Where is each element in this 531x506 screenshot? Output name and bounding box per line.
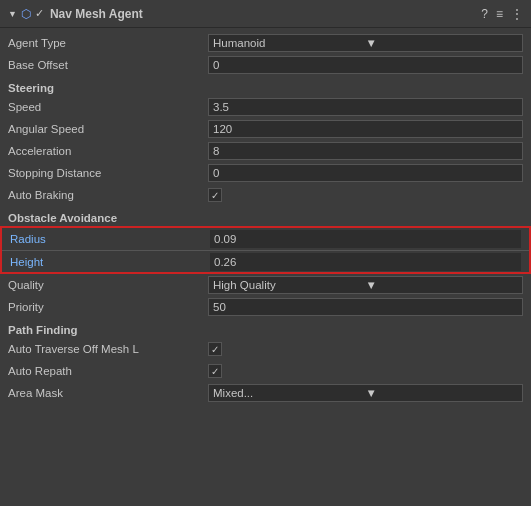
steering-section-header: Steering — [0, 76, 531, 96]
auto-repath-checkbox[interactable]: ✓ — [208, 364, 222, 378]
agent-type-value: Humanoid — [213, 37, 366, 49]
area-mask-value: Mixed... — [213, 387, 366, 399]
area-mask-dropdown[interactable]: Mixed... ▼ — [208, 384, 523, 402]
stopping-distance-row: Stopping Distance 0 — [0, 162, 531, 184]
obstacle-highlight-box: Radius 0.09 Height 0.26 — [0, 226, 531, 274]
radius-value[interactable]: 0.09 — [210, 230, 521, 248]
quality-dropdown[interactable]: High Quality ▼ — [208, 276, 523, 294]
dropdown-arrow-icon: ▼ — [366, 37, 519, 49]
obstacle-section-header: Obstacle Avoidance — [0, 206, 531, 226]
area-mask-dropdown-arrow-icon: ▼ — [366, 387, 519, 399]
help-icon[interactable]: ? — [481, 7, 488, 21]
speed-value[interactable]: 3.5 — [208, 98, 523, 116]
auto-braking-label: Auto Braking — [8, 189, 208, 201]
agent-type-dropdown[interactable]: Humanoid ▼ — [208, 34, 523, 52]
acceleration-row: Acceleration 8 — [0, 140, 531, 162]
panel-content: Agent Type Humanoid ▼ Base Offset 0 Stee… — [0, 28, 531, 408]
base-offset-label: Base Offset — [8, 59, 208, 71]
radius-label: Radius — [10, 233, 210, 245]
auto-traverse-checkbox[interactable]: ✓ — [208, 342, 222, 356]
expand-arrow-icon[interactable]: ▼ — [8, 9, 17, 19]
auto-braking-checkbox[interactable]: ✓ — [208, 188, 222, 202]
angular-speed-row: Angular Speed 120 — [0, 118, 531, 140]
menu-icon[interactable]: ⋮ — [511, 7, 523, 21]
area-mask-label: Area Mask — [8, 387, 208, 399]
pathfinding-section-header: Path Finding — [0, 318, 531, 338]
checkbox-enabled[interactable]: ✓ — [35, 7, 44, 20]
speed-row: Speed 3.5 — [0, 96, 531, 118]
stopping-distance-label: Stopping Distance — [8, 167, 208, 179]
priority-label: Priority — [8, 301, 208, 313]
acceleration-label: Acceleration — [8, 145, 208, 157]
settings-icon[interactable]: ≡ — [496, 7, 503, 21]
panel-header: ▼ ⬡ ✓ Nav Mesh Agent ? ≡ ⋮ — [0, 0, 531, 28]
quality-label: Quality — [8, 279, 208, 291]
header-actions: ? ≡ ⋮ — [481, 7, 523, 21]
height-label: Height — [10, 256, 210, 268]
base-offset-row: Base Offset 0 — [0, 54, 531, 76]
base-offset-value[interactable]: 0 — [208, 56, 523, 74]
panel-title: Nav Mesh Agent — [50, 7, 481, 21]
agent-type-label: Agent Type — [8, 37, 208, 49]
nav-mesh-agent-panel: ▼ ⬡ ✓ Nav Mesh Agent ? ≡ ⋮ Agent Type Hu… — [0, 0, 531, 408]
component-icon: ⬡ — [21, 7, 31, 21]
priority-row: Priority 50 — [0, 296, 531, 318]
stopping-distance-value[interactable]: 0 — [208, 164, 523, 182]
area-mask-row: Area Mask Mixed... ▼ — [0, 382, 531, 404]
header-icons: ▼ ⬡ ✓ — [8, 7, 44, 21]
quality-value: High Quality — [213, 279, 366, 291]
auto-braking-row: Auto Braking ✓ — [0, 184, 531, 206]
angular-speed-label: Angular Speed — [8, 123, 208, 135]
angular-speed-value[interactable]: 120 — [208, 120, 523, 138]
height-value[interactable]: 0.26 — [210, 253, 521, 271]
speed-label: Speed — [8, 101, 208, 113]
quality-row: Quality High Quality ▼ — [0, 274, 531, 296]
quality-dropdown-arrow-icon: ▼ — [366, 279, 519, 291]
auto-repath-row: Auto Repath ✓ — [0, 360, 531, 382]
radius-row: Radius 0.09 — [2, 228, 529, 250]
auto-repath-label: Auto Repath — [8, 365, 208, 377]
acceleration-value[interactable]: 8 — [208, 142, 523, 160]
priority-value[interactable]: 50 — [208, 298, 523, 316]
auto-traverse-row: Auto Traverse Off Mesh L ✓ — [0, 338, 531, 360]
agent-type-row: Agent Type Humanoid ▼ — [0, 32, 531, 54]
height-row: Height 0.26 — [2, 250, 529, 272]
auto-traverse-label: Auto Traverse Off Mesh L — [8, 343, 208, 355]
